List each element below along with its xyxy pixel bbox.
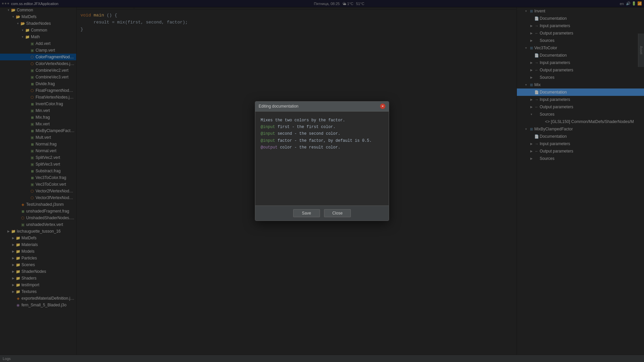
dialog-header: Editing documentation ✕ xyxy=(255,102,389,112)
dialog-footer: Save Close xyxy=(255,205,389,221)
doc-text-3: second - the second color. xyxy=(277,131,340,136)
doc-annotation-5: @output xyxy=(261,145,277,150)
doc-annotation-2: @input xyxy=(261,125,275,129)
doc-annotation-4: @input xyxy=(261,138,275,143)
doc-line-1: Mixes the two colors by the factor. xyxy=(261,117,383,124)
dialog-close-btn[interactable]: ✕ xyxy=(380,104,385,109)
dialog-overlay: Editing documentation ✕ Mixes the two co… xyxy=(0,0,644,362)
save-button[interactable]: Save xyxy=(293,209,320,217)
dialog-body[interactable]: Mixes the two colors by the factor. @inp… xyxy=(255,112,389,205)
doc-text-1: Mixes the two colors by the factor. xyxy=(261,118,345,123)
documentation-dialog: Editing documentation ✕ Mixes the two co… xyxy=(255,101,389,221)
doc-text-5: color - the result color. xyxy=(280,145,340,150)
dialog-title: Editing documentation xyxy=(259,104,299,109)
doc-line-2: @input first - the first color. xyxy=(261,124,383,130)
close-button[interactable]: Close xyxy=(324,209,351,217)
doc-line-3: @input second - the second color. xyxy=(261,130,383,137)
doc-line-5: @output color - the result color. xyxy=(261,144,383,151)
doc-annotation-3: @input xyxy=(261,131,275,136)
doc-text-4: factor - the factor, by default is 0.5. xyxy=(277,138,372,143)
doc-line-4: @input factor - the factor, by default i… xyxy=(261,137,383,144)
doc-text-2: first - the first color. xyxy=(277,125,335,129)
